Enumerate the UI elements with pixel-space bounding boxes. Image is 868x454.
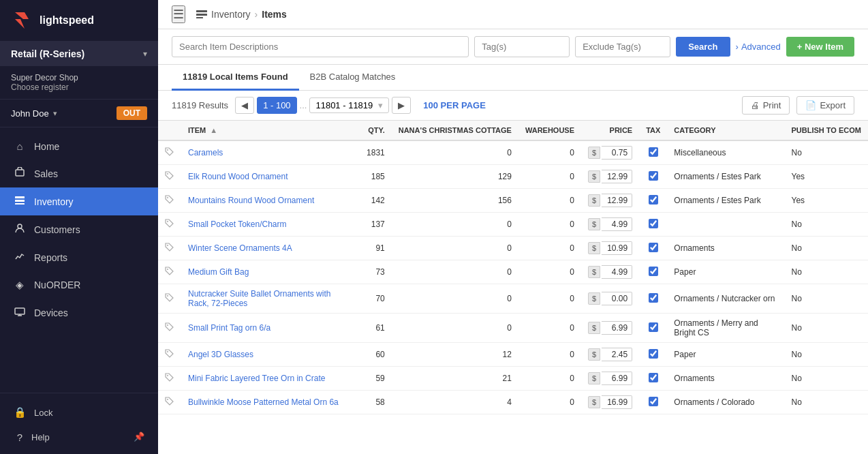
tab-b2b-catalog[interactable]: B2B Catalog Matches [299, 65, 407, 91]
row-category: Ornaments [667, 237, 784, 260]
row-tag-icon[interactable] [158, 213, 181, 237]
row-item-name[interactable]: Bullwinkle Moose Patterned Metal Orn 6a [181, 391, 360, 414]
sidebar-item-devices-label: Devices [34, 307, 68, 318]
sidebar-item-sales[interactable]: Sales [0, 160, 158, 187]
row-category: Miscellaneous [667, 140, 784, 165]
col-item[interactable]: ITEM ▲ [181, 121, 360, 140]
page-current-button[interactable]: 1 - 100 [257, 97, 296, 114]
chevron-right-icon: › [736, 42, 739, 52]
row-tax[interactable] [639, 260, 667, 284]
advanced-button[interactable]: › Advanced [736, 42, 781, 52]
row-tag-icon[interactable] [158, 343, 181, 367]
row-tax[interactable] [639, 140, 667, 165]
row-tag-icon[interactable] [158, 367, 181, 391]
row-qty: 142 [360, 189, 392, 213]
sidebar-item-lock[interactable]: 🔒 Lock [0, 399, 158, 426]
row-price[interactable]: $ 2.45 [581, 343, 639, 367]
sort-arrow-icon: ▲ [210, 126, 217, 134]
home-icon: ⌂ [14, 140, 26, 152]
row-price[interactable]: $ 12.99 [581, 165, 639, 189]
row-tag-icon[interactable] [158, 165, 181, 189]
row-item-name[interactable]: Angel 3D Glasses [181, 343, 360, 367]
row-item-name[interactable]: Small Pocket Token/Charm [181, 213, 360, 237]
sidebar-item-notifications[interactable]: 📌 [134, 432, 144, 443]
hamburger-menu-button[interactable]: ☰ [172, 5, 185, 23]
row-qty: 1831 [360, 140, 392, 165]
sidebar-item-nuorder[interactable]: ◈ NuORDER [0, 271, 158, 299]
row-price[interactable]: $ 10.99 [581, 237, 639, 260]
inventory-icon [14, 195, 26, 208]
sidebar-item-home[interactable]: ⌂ Home [0, 133, 158, 160]
row-tag-icon[interactable] [158, 189, 181, 213]
user-name: John Doe [11, 108, 49, 119]
search-button[interactable]: Search [676, 37, 730, 57]
sidebar-item-help[interactable]: ? Help [14, 432, 50, 443]
inventory-table-container: ITEM ▲ QTY. NANA'S CHRISTMAS COTTAGE WAR… [158, 121, 868, 454]
svg-rect-6 [15, 308, 25, 314]
row-tag-icon[interactable] [158, 260, 181, 284]
page-prev-button[interactable]: ◀ [235, 97, 254, 114]
new-item-button[interactable]: + New Item [786, 37, 854, 57]
row-price[interactable]: $ 6.99 [581, 367, 639, 391]
row-item-name[interactable]: Winter Scene Ornaments 4A [181, 237, 360, 260]
devices-icon [14, 306, 26, 319]
row-tax[interactable] [639, 391, 667, 414]
row-publish: No [785, 213, 869, 237]
row-price[interactable]: $ 6.99 [581, 314, 639, 343]
row-warehouse: 0 [518, 213, 581, 237]
row-price[interactable]: $ 0.75 [581, 140, 639, 165]
row-tag-icon[interactable] [158, 237, 181, 260]
lock-icon: 🔒 [14, 406, 26, 419]
sidebar-item-inventory[interactable]: Inventory [0, 187, 158, 215]
search-input[interactable] [172, 36, 469, 57]
row-item-name[interactable]: Elk Round Wood Ornament [181, 165, 360, 189]
tags-input[interactable] [474, 36, 570, 57]
sidebar-item-devices[interactable]: Devices [0, 299, 158, 327]
sidebar-item-customers[interactable]: Customers [0, 215, 158, 243]
retail-selector[interactable]: Retail (R-Series) ▾ [0, 42, 158, 66]
pagination: ◀ 1 - 100 ... 11801 - 11819 ▾ ▶ [235, 97, 411, 114]
col-qty[interactable]: QTY. [360, 121, 392, 140]
row-warehouse: 0 [518, 189, 581, 213]
row-tag-icon[interactable] [158, 314, 181, 343]
row-tax[interactable] [639, 367, 667, 391]
row-price[interactable]: $ 4.99 [581, 213, 639, 237]
per-page-selector[interactable]: 100 PER PAGE [423, 100, 486, 110]
row-item-name[interactable]: Medium Gift Bag [181, 260, 360, 284]
row-tax[interactable] [639, 284, 667, 314]
row-tax[interactable] [639, 189, 667, 213]
row-item-name[interactable]: Caramels [181, 140, 360, 165]
sidebar-item-sales-label: Sales [34, 168, 58, 179]
row-publish: No [785, 284, 869, 314]
page-next-button[interactable]: ▶ [392, 97, 411, 114]
row-tax[interactable] [639, 343, 667, 367]
row-tax[interactable] [639, 213, 667, 237]
user-info[interactable]: John Doe ▾ [11, 108, 57, 119]
row-item-name[interactable]: Nutcracker Suite Ballet Ornaments with R… [181, 284, 360, 314]
row-tag-icon[interactable] [158, 140, 181, 165]
choose-register[interactable]: Choose register [11, 82, 147, 92]
logo-text: lightspeed [40, 14, 94, 27]
row-price[interactable]: $ 4.99 [581, 260, 639, 284]
sidebar-item-reports[interactable]: Reports [0, 243, 158, 271]
row-tag-icon[interactable] [158, 391, 181, 414]
row-price[interactable]: $ 0.00 [581, 284, 639, 314]
row-item-name[interactable]: Mountains Round Wood Ornament [181, 189, 360, 213]
row-tax[interactable] [639, 165, 667, 189]
print-button[interactable]: 🖨 Print [742, 96, 790, 115]
tab-local-items[interactable]: 11819 Local Items Found [172, 65, 299, 91]
exclude-tags-input[interactable] [575, 36, 670, 57]
export-button[interactable]: 📄 Export [796, 96, 854, 115]
row-tag-icon[interactable] [158, 284, 181, 314]
row-item-name[interactable]: Mini Fabric Layered Tree Orn in Crate [181, 367, 360, 391]
row-price[interactable]: $ 12.99 [581, 189, 639, 213]
row-tax[interactable] [639, 237, 667, 260]
row-tax[interactable] [639, 314, 667, 343]
row-price[interactable]: $ 16.99 [581, 391, 639, 414]
svg-marker-0 [15, 12, 29, 29]
breadcrumb-separator: › [255, 9, 258, 20]
row-warehouse: 0 [518, 343, 581, 367]
row-item-name[interactable]: Small Print Tag orn 6/a [181, 314, 360, 343]
row-qty: 61 [360, 314, 392, 343]
sidebar-item-lock-label: Lock [34, 408, 52, 418]
